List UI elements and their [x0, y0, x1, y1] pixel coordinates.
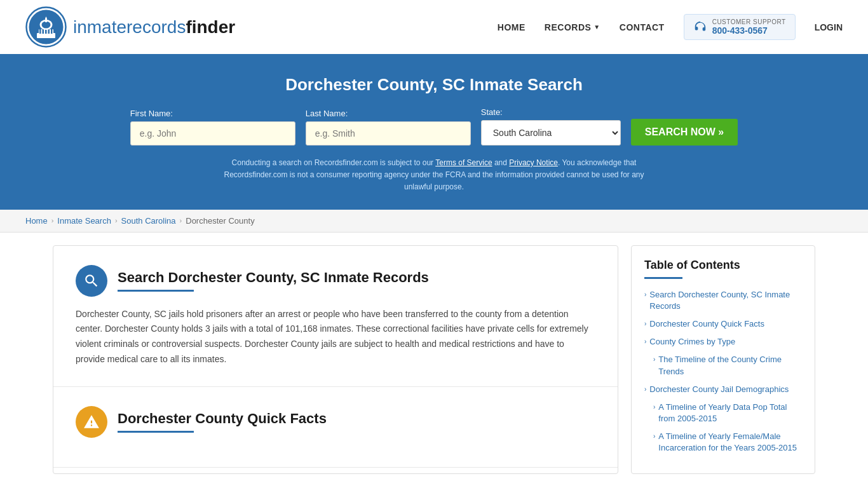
support-label: CUSTOMER SUPPORT: [712, 18, 786, 25]
state-label: State:: [481, 107, 503, 117]
hero-title: Dorchester County, SC Inmate Search: [25, 75, 843, 95]
logo-icon: [25, 6, 67, 48]
toc-item-3: › County Crimes by Type: [644, 336, 802, 348]
logo-area: inmaterecordsfinder: [25, 6, 235, 48]
toc-item-1: › Search Dorchester County, SC Inmate Re…: [644, 289, 802, 312]
svg-rect-5: [43, 29, 44, 34]
privacy-link[interactable]: Privacy Notice: [509, 158, 558, 167]
breadcrumb-inmate-search[interactable]: Inmate Search: [57, 216, 111, 226]
state-select[interactable]: South Carolina: [481, 120, 621, 146]
toc-divider: [644, 277, 682, 279]
chevron-right-icon-5: ›: [644, 385, 646, 394]
toc-link-3[interactable]: › County Crimes by Type: [644, 336, 802, 348]
svg-rect-7: [48, 29, 50, 34]
section-quick-facts: Dorchester County Quick Facts: [53, 387, 618, 468]
breadcrumb: Home › Inmate Search › South Carolina › …: [0, 210, 868, 233]
nav-home[interactable]: HOME: [498, 22, 526, 32]
search-form: First Name: Last Name: State: South Caro…: [25, 107, 843, 146]
toc-link-4[interactable]: › The Timeline of the County Crime Trend…: [653, 354, 802, 377]
toc-item-2: › Dorchester County Quick Facts: [644, 318, 802, 330]
nav-contact[interactable]: CONTACT: [620, 22, 665, 32]
first-name-group: First Name:: [130, 109, 295, 146]
section1-underline: [118, 290, 194, 292]
breadcrumb-sep-2: ›: [115, 217, 118, 224]
state-group: State: South Carolina: [481, 107, 621, 146]
main-content: Search Dorchester County, SC Inmate Reco…: [53, 245, 618, 474]
headset-icon: [693, 20, 707, 34]
info-section-icon: [76, 406, 107, 438]
breadcrumb-south-carolina[interactable]: South Carolina: [121, 216, 176, 226]
chevron-right-icon-7: ›: [653, 432, 655, 441]
svg-rect-11: [45, 18, 47, 22]
search-section-icon: [76, 265, 107, 297]
svg-point-10: [42, 22, 51, 29]
tos-link[interactable]: Terms of Service: [435, 158, 492, 167]
toc-link-5[interactable]: › Dorchester County Jail Demographics: [644, 384, 802, 395]
hero-disclaimer: Conducting a search on Recordsfinder.com…: [212, 157, 656, 194]
chevron-down-icon: ▼: [593, 24, 600, 30]
section2-underline: [118, 431, 194, 433]
chevron-right-icon-2: ›: [644, 320, 646, 329]
section2-title: Dorchester County Quick Facts: [118, 410, 327, 427]
chevron-right-icon-3: ›: [644, 337, 646, 346]
breadcrumb-sep-3: ›: [180, 217, 182, 224]
section1-text: Dorchester County, SC jails hold prisone…: [76, 307, 595, 367]
last-name-label: Last Name:: [306, 109, 348, 118]
toc-link-6[interactable]: › A Timeline of Yearly Data Pop Total fr…: [653, 402, 802, 424]
customer-support-box: CUSTOMER SUPPORT 800-433-0567: [684, 14, 796, 40]
toc-item-5: › Dorchester County Jail Demographics: [644, 384, 802, 395]
support-phone: 800-433-0567: [712, 25, 786, 36]
svg-rect-4: [39, 29, 41, 34]
section1-title: Search Dorchester County, SC Inmate Reco…: [118, 269, 429, 286]
hero-section: Dorchester County, SC Inmate Search Firs…: [0, 56, 868, 210]
sidebar: Table of Contents › Search Dorchester Co…: [631, 245, 815, 474]
section2-header: Dorchester County Quick Facts: [76, 406, 595, 438]
last-name-group: Last Name:: [306, 109, 471, 146]
toc-item-6: › A Timeline of Yearly Data Pop Total fr…: [653, 402, 802, 424]
toc-link-7[interactable]: › A Timeline of Yearly Female/Male Incar…: [653, 431, 802, 454]
main-nav: HOME RECORDS ▼ CONTACT CUSTOMER SUPPORT …: [498, 14, 843, 40]
chevron-right-icon-4: ›: [653, 355, 655, 364]
toc-title: Table of Contents: [644, 259, 802, 272]
breadcrumb-sep-1: ›: [51, 217, 54, 224]
svg-rect-2: [37, 33, 55, 38]
site-header: inmaterecordsfinder HOME RECORDS ▼ CONTA…: [0, 0, 868, 56]
toc-list: › Search Dorchester County, SC Inmate Re…: [644, 289, 802, 454]
login-button[interactable]: LOGIN: [815, 22, 843, 32]
toc-box: Table of Contents › Search Dorchester Co…: [631, 245, 815, 474]
last-name-input[interactable]: [306, 121, 471, 146]
chevron-right-icon-1: ›: [644, 290, 646, 299]
breadcrumb-current: Dorchester County: [186, 216, 254, 226]
first-name-label: First Name:: [130, 109, 173, 118]
toc-item-4: › The Timeline of the County Crime Trend…: [653, 354, 802, 377]
toc-link-1[interactable]: › Search Dorchester County, SC Inmate Re…: [644, 289, 802, 312]
toc-link-2[interactable]: › Dorchester County Quick Facts: [644, 318, 802, 330]
nav-records[interactable]: RECORDS ▼: [545, 22, 600, 32]
section1-header: Search Dorchester County, SC Inmate Reco…: [76, 265, 595, 297]
breadcrumb-home[interactable]: Home: [25, 216, 48, 226]
first-name-input[interactable]: [130, 121, 295, 146]
logo-text: inmaterecordsfinder: [73, 17, 235, 37]
search-button[interactable]: SEARCH NOW »: [631, 119, 738, 146]
main-container: Search Dorchester County, SC Inmate Reco…: [27, 233, 841, 487]
svg-rect-6: [45, 29, 47, 34]
toc-item-7: › A Timeline of Yearly Female/Male Incar…: [653, 431, 802, 454]
section-inmate-records: Search Dorchester County, SC Inmate Reco…: [53, 246, 618, 387]
chevron-right-icon-6: ›: [653, 403, 655, 412]
svg-rect-8: [51, 29, 53, 34]
